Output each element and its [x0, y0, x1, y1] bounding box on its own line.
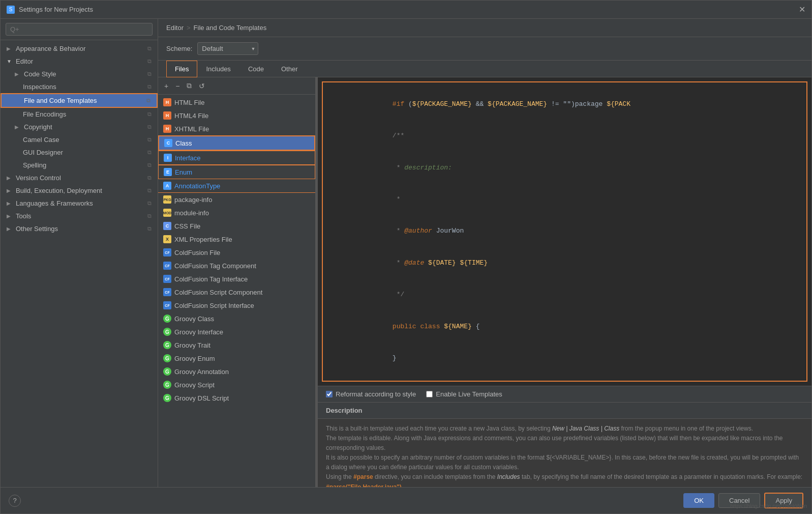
- copy-template-button[interactable]: ⧉: [185, 80, 194, 91]
- ok-button[interactable]: OK: [683, 493, 714, 508]
- sidebar-item-tools[interactable]: ▶ Tools ⧉: [1, 210, 158, 222]
- file-item-coldfusion-tag-interface[interactable]: CF ColdFusion Tag Interface: [158, 272, 315, 285]
- file-item-coldfusion-tag-component[interactable]: CF ColdFusion Tag Component: [158, 259, 315, 272]
- code-token: description:: [404, 164, 452, 172]
- editor-options: Reformat according to style Enable Live …: [318, 386, 811, 402]
- reset-template-button[interactable]: ↺: [197, 81, 207, 91]
- sidebar-item-label: Inspections: [23, 83, 56, 91]
- file-item-groovy-enum[interactable]: G Groovy Enum: [158, 352, 315, 365]
- file-item-coldfusion-script-component[interactable]: CF ColdFusion Script Component: [158, 285, 315, 299]
- file-item-groovy-trait[interactable]: G Groovy Trait: [158, 338, 315, 352]
- file-item-groovy-interface[interactable]: G Groovy Interface: [158, 325, 315, 338]
- sidebar-item-editor[interactable]: ▼ Editor ⧉: [1, 55, 158, 68]
- file-item-html-file[interactable]: H HTML File: [158, 96, 315, 109]
- file-item-css-file[interactable]: C CSS File: [158, 219, 315, 233]
- sidebar-item-gui-designer[interactable]: GUI Designer ⧉: [1, 146, 158, 159]
- live-templates-label: Enable Live Templates: [436, 390, 502, 398]
- code-line-6: * @date ${DATE} ${TIME}: [329, 247, 800, 279]
- code-token: ${PACK: [607, 100, 630, 108]
- code-token: ${NAME}: [444, 323, 472, 330]
- copy-icon: ⧉: [147, 45, 152, 52]
- file-item-label: ColdFusion Script Interface: [174, 302, 254, 309]
- sidebar-item-file-encodings[interactable]: File Encodings ⧉: [1, 108, 158, 121]
- file-item-groovy-annotation[interactable]: G Groovy Annotation: [158, 365, 315, 378]
- tab-includes-label: Includes: [206, 65, 230, 73]
- sidebar-item-build-execution[interactable]: ▶ Build, Execution, Deployment ⧉: [1, 184, 158, 197]
- file-item-module-info[interactable]: MOD module-info: [158, 206, 315, 219]
- reformat-checkbox[interactable]: [326, 391, 333, 397]
- breadcrumb-current: File and Code Templates: [194, 24, 267, 32]
- sidebar-item-code-style[interactable]: ▶ Code Style ⧉: [1, 68, 158, 80]
- tab-files[interactable]: Files: [166, 61, 197, 77]
- description-panel: Description This is a built-in template …: [318, 402, 811, 487]
- file-item-xhtml-file[interactable]: H XHTML File: [158, 122, 315, 135]
- sidebar-item-label: Appearance & Behavior: [16, 45, 85, 52]
- copy-icon: ⧉: [147, 58, 152, 65]
- scheme-dropdown[interactable]: Default: [197, 42, 258, 55]
- code-token: ${PACKAGE_NAME}: [412, 100, 472, 108]
- copy-icon: ⧉: [147, 111, 152, 118]
- reformat-checkbox-row[interactable]: Reformat according to style: [326, 390, 416, 398]
- code-token: #if: [393, 100, 404, 108]
- arrow-icon: ▶: [15, 71, 21, 77]
- file-item-groovy-script[interactable]: G Groovy Script: [158, 378, 315, 391]
- live-templates-checkbox[interactable]: [426, 391, 433, 397]
- sidebar-item-label: Build, Execution, Deployment: [16, 187, 102, 194]
- file-item-coldfusion-script-interface[interactable]: CF ColdFusion Script Interface: [158, 299, 315, 312]
- close-button[interactable]: ✕: [799, 5, 805, 14]
- sidebar-tree: ▶ Appearance & Behavior ⧉ ▼ Editor ⧉ ▶ C…: [1, 40, 158, 487]
- groovy-class-icon: G: [163, 315, 171, 323]
- sidebar-item-version-control[interactable]: ▶ Version Control ⧉: [1, 172, 158, 184]
- file-item-groovy-class[interactable]: G Groovy Class: [158, 312, 315, 325]
- code-token: */: [393, 291, 404, 298]
- tab-code[interactable]: Code: [239, 61, 273, 77]
- code-token: ${PACKAGE_NAME}: [488, 100, 547, 108]
- tab-includes[interactable]: Includes: [197, 61, 239, 77]
- help-button[interactable]: ?: [9, 495, 21, 507]
- file-item-label: Groovy Script: [174, 381, 215, 389]
- remove-template-button[interactable]: −: [173, 81, 182, 91]
- tab-other[interactable]: Other: [273, 61, 307, 77]
- file-item-class[interactable]: C Class: [158, 135, 315, 151]
- code-line-4: *: [329, 184, 800, 215]
- sidebar-item-label: Copyright: [24, 123, 52, 131]
- file-list-panel: + − ⧉ ↺ H HTML File H: [158, 77, 316, 487]
- annotation-type-file-icon: A: [163, 182, 171, 190]
- code-line-8: public class ${NAME} {: [329, 311, 800, 342]
- file-item-label: package-info: [174, 196, 212, 204]
- interface-file-icon: I: [164, 154, 172, 162]
- code-line-9: }: [329, 342, 800, 374]
- live-templates-checkbox-row[interactable]: Enable Live Templates: [426, 390, 502, 398]
- file-item-xml-properties[interactable]: X XML Properties File: [158, 233, 315, 246]
- file-item-coldfusion-file[interactable]: CF ColdFusion File: [158, 246, 315, 259]
- code-editor[interactable]: #if (${PACKAGE_NAME} && ${PACKAGE_NAME} …: [322, 81, 807, 382]
- file-item-groovy-dsl-script[interactable]: G Groovy DSL Script: [158, 391, 315, 405]
- tab-other-label: Other: [281, 65, 298, 73]
- sidebar-item-languages-frameworks[interactable]: ▶ Languages & Frameworks ⧉: [1, 197, 158, 210]
- html-file-icon: H: [163, 98, 171, 106]
- file-item-label: Groovy Annotation: [174, 368, 229, 376]
- sidebar-item-inspections[interactable]: Inspections ⧉: [1, 80, 158, 93]
- arrow-icon: ▶: [7, 175, 13, 181]
- file-item-package-info[interactable]: PKG package-info: [158, 193, 315, 206]
- sidebar-item-label: File Encodings: [23, 110, 66, 118]
- sidebar-item-camel-case[interactable]: Camel Case ⧉: [1, 133, 158, 146]
- add-template-button[interactable]: +: [162, 81, 170, 91]
- sidebar-item-copyright[interactable]: ▶ Copyright ⧉: [1, 121, 158, 133]
- file-item-label: XML Properties File: [174, 236, 232, 243]
- file-item-html4-file[interactable]: H HTML4 File: [158, 109, 315, 122]
- sidebar-item-spelling[interactable]: Spelling ⧉: [1, 159, 158, 172]
- file-item-label: Groovy Trait: [174, 341, 210, 349]
- file-item-label: ColdFusion Tag Interface: [174, 275, 248, 283]
- file-item-label: module-info: [174, 209, 209, 217]
- sidebar-item-appearance[interactable]: ▶ Appearance & Behavior ⧉: [1, 42, 158, 55]
- scheme-select[interactable]: Default: [197, 42, 258, 55]
- file-item-annotation-type[interactable]: A AnnotationType: [158, 179, 315, 193]
- arrow-icon: ▶: [15, 124, 21, 130]
- sidebar-item-other-settings[interactable]: ▶ Other Settings ⧉: [1, 222, 158, 235]
- sidebar-item-file-and-code-templates[interactable]: File and Code Templates ⧉: [1, 93, 158, 108]
- search-input[interactable]: [6, 23, 153, 36]
- file-item-enum[interactable]: E Enum: [158, 165, 315, 179]
- file-item-interface[interactable]: I Interface: [158, 151, 315, 165]
- arrow-icon: ▶: [7, 201, 13, 206]
